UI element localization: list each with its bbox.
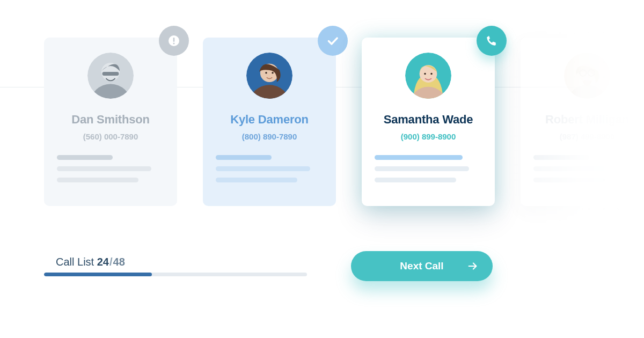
progress-fill	[44, 273, 152, 276]
svg-point-12	[265, 72, 267, 74]
contact-name: Robert Milligan	[545, 113, 629, 127]
contact-details-placeholder	[532, 155, 642, 182]
alert-icon	[159, 26, 189, 56]
contact-name: Dan Smithson	[71, 113, 150, 127]
phone-icon	[477, 26, 507, 56]
contact-details-placeholder	[215, 155, 324, 182]
call-cards-row: Dan Smithson (560) 000-7890	[44, 38, 644, 206]
call-card-upcoming[interactable]: Robert Milligan (987) 499-8900	[521, 38, 644, 206]
contact-phone: (900) 899-8900	[401, 132, 456, 141]
avatar	[405, 53, 451, 99]
arrow-right-icon	[467, 260, 479, 272]
call-card[interactable]: Kyle Dameron (800) 890-7890	[203, 38, 336, 206]
next-call-label: Next Call	[400, 260, 443, 272]
progress-label: Call List 24/48	[56, 256, 307, 268]
svg-point-19	[430, 73, 432, 75]
svg-rect-7	[103, 72, 119, 76]
contact-name: Kyle Dameron	[230, 113, 309, 127]
call-card-active[interactable]: Samantha Wade (900) 899-8900	[362, 38, 495, 206]
avatar	[564, 53, 610, 99]
next-call-button[interactable]: Next Call	[351, 251, 493, 281]
svg-point-13	[272, 72, 273, 74]
progress-track	[44, 273, 307, 276]
contact-phone: (800) 890-7890	[242, 132, 297, 141]
call-list-progress: Call List 24/48	[44, 256, 307, 276]
contact-details-placeholder	[374, 155, 483, 182]
avatar	[87, 53, 134, 99]
contact-details-placeholder	[56, 155, 165, 182]
contact-phone: (560) 000-7890	[83, 132, 138, 141]
check-icon	[318, 26, 348, 56]
contact-name: Samantha Wade	[384, 113, 473, 127]
svg-point-2	[173, 43, 175, 45]
svg-point-18	[424, 73, 426, 75]
contact-phone: (987) 499-8900	[560, 132, 615, 141]
svg-rect-1	[173, 38, 175, 42]
avatar	[246, 53, 292, 99]
call-card[interactable]: Dan Smithson (560) 000-7890	[44, 38, 177, 206]
